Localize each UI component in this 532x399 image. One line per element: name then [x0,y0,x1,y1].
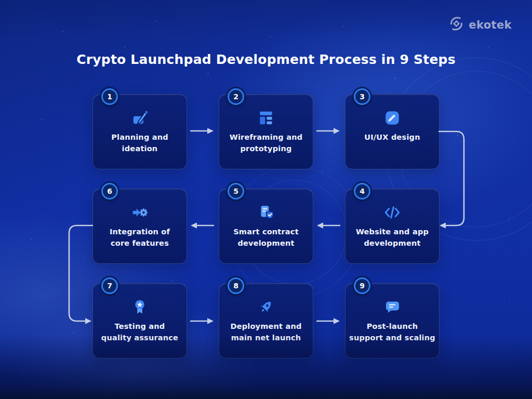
page-title: Crypto Launchpad Development Process in … [0,52,532,67]
step-label: Website and appdevelopment [356,226,429,249]
step-number: 8 [233,282,238,290]
step-badge-3: 3 [354,88,370,105]
arrow-left-icon [190,222,214,229]
step-badge-9: 9 [354,277,370,294]
step-badge-4: 4 [354,183,370,200]
step-label: Planning andideation [111,131,168,154]
step-card-7: 7 Testing andquality assurance [92,283,187,358]
step-number: 5 [233,187,238,195]
step-card-1: 1 Planning andideation [92,94,187,169]
step-card-2: 2 Wireframing andprototyping [219,94,313,169]
star-dots-decoration [0,0,1,1]
step-number: 6 [107,187,112,195]
wireframe-layout-icon [257,109,275,127]
step-label: Integration ofcore features [110,226,170,249]
step-number: 7 [107,282,112,290]
step-label: Testing andquality assurance [101,321,178,343]
step-card-9: 9 Post-launchsupport and scaling [345,283,440,358]
integration-gear-icon [131,203,149,221]
step-badge-5: 5 [228,183,244,200]
step-number: 1 [107,92,112,101]
connector-right-down-icon [438,127,469,231]
step-label: Wireframing andprototyping [230,131,303,154]
arrow-right-icon [190,127,214,135]
step-badge-1: 1 [101,88,118,105]
step-badge-2: 2 [228,88,244,105]
step-label: Smart contractdevelopment [233,226,299,249]
step-label: Post-launchsupport and scaling [349,321,435,343]
ekotek-logo-icon [449,16,464,33]
design-pen-icon [383,109,401,127]
pen-board-icon [131,109,149,127]
step-card-6: 6 Integration ofcore features [92,189,187,264]
code-icon [383,203,402,221]
step-card-3: 3 UI/UX design [345,94,440,169]
award-medal-icon [131,298,149,316]
step-badge-6: 6 [101,183,118,200]
contract-shield-icon [257,203,275,221]
step-card-8: 8 Deployment andmain net launch [219,283,313,358]
step-card-5: 5 Smart contractdevelopment [219,189,313,264]
arrow-left-icon [316,222,340,229]
step-badge-8: 8 [228,277,244,294]
step-number: 9 [360,282,365,290]
step-label: Deployment andmain net launch [230,321,301,343]
step-number: 4 [360,187,365,195]
step-card-4: 4 Website and appdevelopment [345,189,440,264]
step-number: 2 [233,92,238,101]
connector-left-down-icon [65,221,95,326]
step-label: UI/UX design [364,131,420,143]
chat-bubble-icon [383,298,401,316]
step-number: 3 [360,92,365,101]
brand-logo: ekotek [449,16,512,33]
arrow-right-icon [316,317,340,325]
arrow-right-icon [316,127,340,135]
rocket-icon [257,298,275,316]
step-badge-7: 7 [101,277,118,294]
brand-name: ekotek [469,19,512,31]
arrow-right-icon [190,317,214,325]
